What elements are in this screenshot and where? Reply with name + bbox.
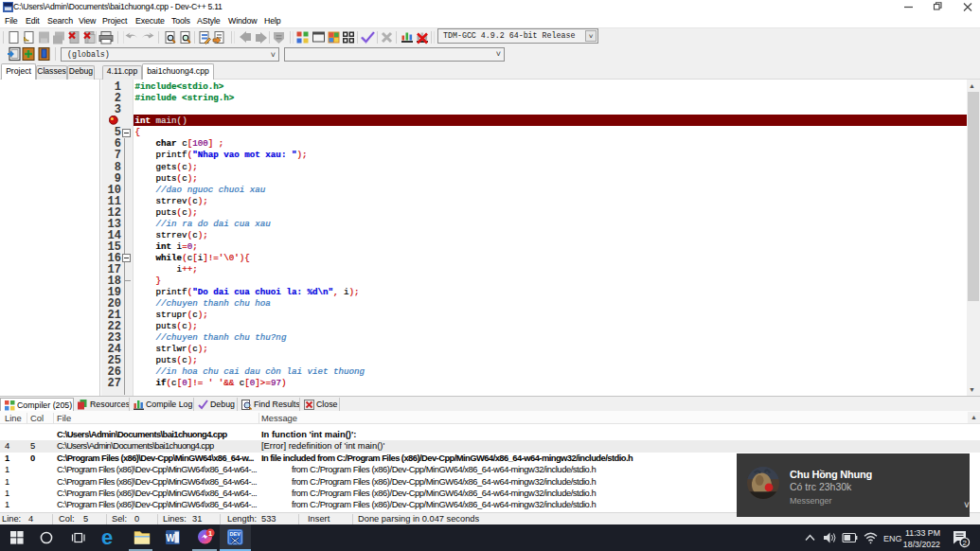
svg-text:ENG: ENG [883,534,902,543]
svg-text:2: 2 [963,539,968,547]
svg-text:e: e [101,525,113,549]
svg-text:DEV: DEV [230,531,241,537]
svg-text:W: W [166,533,175,543]
svg-text:18/3/2022: 18/3/2022 [903,540,940,549]
svg-text:1: 1 [208,529,212,538]
svg-text:11:33 PM: 11:33 PM [905,528,940,538]
